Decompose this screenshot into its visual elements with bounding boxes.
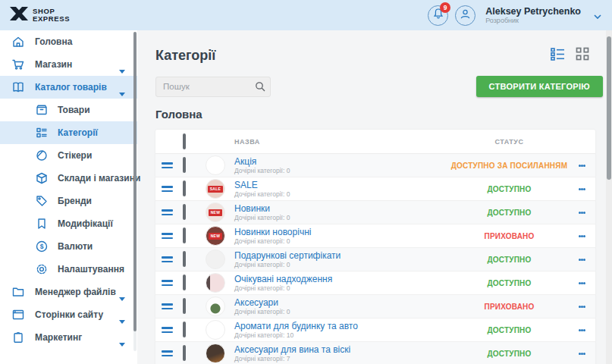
category-thumbnail — [206, 155, 225, 175]
sidebar-item-pages[interactable]: Сторінки сайту — [0, 303, 137, 326]
user-avatar[interactable] — [455, 5, 475, 26]
logo-text: SHOP EXPRESS — [33, 8, 70, 23]
row-menu-button[interactable] — [568, 281, 595, 285]
category-link[interactable]: Аксесуари — [234, 298, 450, 308]
row-menu-button[interactable] — [568, 257, 595, 262]
notifications-button[interactable]: 9 — [428, 5, 448, 26]
sidebar-item-files[interactable]: Менеджер файлів — [0, 281, 137, 303]
category-thumbnail — [206, 344, 225, 363]
category-thumbnail — [206, 249, 225, 269]
row-menu-button[interactable] — [568, 234, 595, 238]
select-all-checkbox[interactable] — [183, 133, 186, 149]
category-link[interactable]: Новинки — [234, 204, 450, 214]
table-row: Аксесуари для вина та віскі Дочірні кате… — [155, 342, 595, 364]
categories-icon — [35, 126, 49, 140]
stickers-icon — [35, 149, 49, 162]
status-badge: ПРИХОВАНО — [450, 303, 568, 311]
sidebar-item-marketing[interactable]: Маркетинг — [0, 326, 137, 349]
category-link[interactable]: Подарункові сертифікати — [234, 251, 450, 261]
sidebar-item-modifications[interactable]: Модифікації — [0, 212, 137, 235]
drag-handle[interactable] — [162, 280, 183, 286]
row-checkbox[interactable] — [183, 228, 186, 243]
category-link[interactable]: Акція — [234, 157, 450, 167]
category-thumbnail — [206, 273, 225, 293]
search-icon — [255, 81, 265, 95]
section-title: Головна — [155, 108, 612, 121]
shop-express-logo-icon — [9, 5, 29, 26]
category-thumbnail — [206, 297, 225, 316]
category-link[interactable]: Аксесуари для вина та віскі — [234, 345, 450, 355]
table-row: Аромати для будинку та авто Дочірні кате… — [155, 318, 595, 342]
category-link[interactable]: Очікувані надходження — [234, 275, 450, 284]
sidebar-item-brands[interactable]: Бренди — [0, 190, 137, 212]
row-menu-button[interactable] — [568, 328, 595, 332]
column-header-status: СТАТУС — [450, 138, 568, 146]
row-checkbox[interactable] — [183, 298, 186, 314]
user-info: Aleksey Petrychenko Розробник — [485, 6, 581, 24]
category-children-count: Дочірні категорії: 0 — [234, 214, 450, 221]
home-icon — [11, 35, 25, 49]
category-link[interactable]: Новинки новорічні — [234, 228, 450, 237]
category-link[interactable]: SALE — [234, 180, 450, 190]
row-menu-button[interactable] — [568, 163, 595, 168]
drag-handle[interactable] — [162, 303, 183, 309]
drag-handle[interactable] — [162, 256, 183, 262]
shop-express-logo[interactable]: SHOP EXPRESS — [9, 5, 70, 26]
drag-handle[interactable] — [162, 186, 183, 192]
row-menu-button[interactable] — [568, 304, 595, 309]
marketing-icon — [11, 331, 25, 344]
sidebar-item-warehouse[interactable]: Склади і магазини — [0, 167, 137, 190]
category-link[interactable]: Аромати для будинку та авто — [234, 322, 450, 331]
row-checkbox[interactable] — [183, 180, 186, 196]
drag-handle[interactable] — [162, 350, 183, 356]
sidebar-item-products[interactable]: Товари — [0, 99, 137, 121]
row-menu-button[interactable] — [568, 210, 595, 215]
category-thumbnail: NEW — [206, 226, 225, 246]
category-children-count: Дочірні категорії: 0 — [234, 237, 450, 245]
drag-handle[interactable] — [162, 209, 183, 215]
status-badge: ДОСТУПНО — [450, 209, 568, 217]
search-input[interactable] — [155, 77, 271, 97]
thumbnail-tag-label: SALE — [208, 186, 224, 193]
drag-handle[interactable] — [162, 233, 183, 239]
sidebar-item-catalog[interactable]: Каталог товарів — [0, 76, 137, 99]
products-icon — [35, 103, 49, 117]
row-menu-button[interactable] — [568, 351, 595, 356]
main-scrollbar[interactable] — [607, 36, 611, 180]
row-menu-button[interactable] — [568, 187, 595, 191]
drag-handle[interactable] — [162, 327, 183, 333]
category-children-count: Дочірні категорії: 0 — [234, 261, 450, 268]
catalog-icon — [11, 80, 25, 94]
user-role: Розробник — [485, 17, 581, 24]
row-checkbox[interactable] — [183, 251, 186, 267]
drag-handle[interactable] — [162, 162, 183, 168]
table-row: NEW Новинки новорічні Дочірні категорії:… — [155, 224, 595, 248]
currencies-icon: $ — [35, 240, 49, 253]
sidebar-item-categories[interactable]: Категорії — [0, 121, 137, 144]
pages-icon — [11, 308, 25, 322]
sidebar-item-currencies[interactable]: $ Валюти — [0, 235, 137, 258]
row-checkbox[interactable] — [183, 204, 186, 220]
sidebar-item-home[interactable]: Головна — [0, 30, 137, 53]
grid-view-toggle[interactable] — [576, 47, 589, 64]
notification-badge: 9 — [440, 2, 450, 13]
row-checkbox[interactable] — [183, 322, 186, 337]
row-checkbox[interactable] — [183, 157, 186, 173]
list-view-toggle[interactable] — [551, 48, 565, 64]
row-checkbox[interactable] — [183, 275, 186, 290]
row-checkbox[interactable] — [183, 345, 186, 361]
user-menu-chevron-icon[interactable] — [594, 8, 601, 22]
table-row: Очікувані надходження Дочірні категорії:… — [155, 271, 595, 295]
category-children-count: Дочірні категорії: 0 — [234, 190, 450, 198]
user-name: Aleksey Petrychenko — [485, 6, 581, 17]
status-badge: ПРИХОВАНО — [450, 232, 568, 240]
sidebar-item-cart[interactable]: Магазин — [0, 53, 137, 76]
create-category-button[interactable]: СТВОРИТИ КАТЕГОРІЮ — [476, 76, 604, 97]
main-content: Категорії — [137, 30, 612, 364]
sidebar-scrollbar[interactable] — [133, 32, 137, 331]
sidebar-item-stickers[interactable]: Стікери — [0, 144, 137, 167]
chevron-down-icon — [119, 86, 125, 99]
chevron-down-icon — [119, 313, 125, 327]
chevron-down-icon — [119, 63, 125, 77]
sidebar-item-settings[interactable]: Налаштування — [0, 258, 137, 281]
